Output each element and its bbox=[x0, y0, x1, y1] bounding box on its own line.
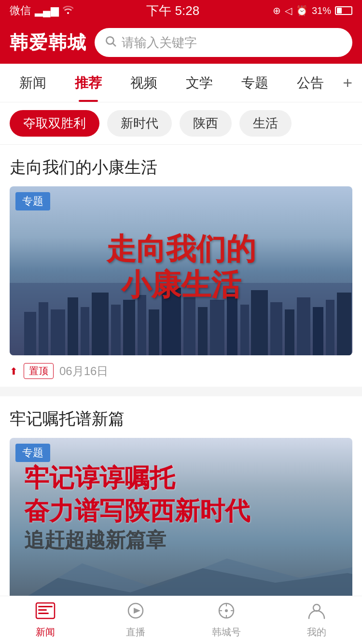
svg-rect-14 bbox=[183, 297, 195, 355]
svg-line-1 bbox=[113, 43, 116, 46]
svg-rect-25 bbox=[337, 293, 351, 355]
wifi-icon bbox=[63, 4, 73, 17]
tab-notice[interactable]: 公告 bbox=[282, 64, 338, 102]
svg-rect-9 bbox=[111, 305, 121, 355]
nav-more-button[interactable]: + bbox=[338, 73, 357, 92]
topic-badge-1: 专题 bbox=[15, 192, 50, 210]
article-image-2: 牢记谆谆嘱托 奋力谱写陕西新时代 追赶超越新篇章 专题 bbox=[10, 438, 352, 607]
svg-rect-4 bbox=[39, 302, 48, 355]
live-nav-label: 直播 bbox=[126, 626, 145, 639]
carrier-label: 微信 bbox=[10, 3, 31, 18]
app-title: 韩爱韩城 bbox=[10, 30, 87, 55]
pin-badge-1: 置顶 bbox=[24, 363, 54, 379]
svg-rect-15 bbox=[198, 307, 208, 355]
svg-rect-16 bbox=[210, 300, 224, 355]
search-bar[interactable]: 请输入关键字 bbox=[95, 28, 352, 57]
pin-arrow-icon: ⬆ bbox=[10, 365, 18, 377]
svg-rect-10 bbox=[123, 300, 135, 355]
hancheng-nav-label: 韩城号 bbox=[212, 626, 241, 639]
svg-rect-7 bbox=[81, 307, 89, 355]
tab-recommend[interactable]: 推荐 bbox=[60, 64, 116, 102]
article-title-2: 牢记嘱托谱新篇 bbox=[10, 408, 352, 430]
svg-rect-6 bbox=[68, 297, 78, 355]
nav-icon: ◁ bbox=[285, 5, 292, 16]
status-right: ⊕ ◁ ⏰ 31% bbox=[273, 5, 352, 16]
bottom-nav-hancheng[interactable]: 韩城号 bbox=[181, 596, 272, 644]
svg-rect-24 bbox=[326, 300, 334, 355]
tab-literature[interactable]: 文学 bbox=[171, 64, 227, 102]
hancheng-nav-icon bbox=[216, 602, 237, 624]
article-item-2[interactable]: 牢记嘱托谱新篇 牢记谆谆嘱托 奋力谱写陕西新时代 追赶超越新篇章 专题 bbox=[0, 396, 362, 607]
filter-tag-life[interactable]: 生活 bbox=[239, 110, 292, 137]
bottom-nav-live[interactable]: 直播 bbox=[91, 596, 181, 644]
article-item-1[interactable]: 走向我们的小康生活 bbox=[0, 145, 362, 387]
svg-rect-3 bbox=[24, 312, 36, 355]
article-image-text-2b: 奋力谱写陕西新时代 bbox=[24, 495, 250, 528]
filter-tag-new-era[interactable]: 新时代 bbox=[107, 110, 172, 137]
article-image-text-1: 走向我们的小康生活 bbox=[106, 231, 256, 303]
bottom-nav-mine[interactable]: 我的 bbox=[272, 596, 362, 644]
signal-icon: ▂▄▆ bbox=[35, 4, 59, 17]
search-placeholder: 请输入关键字 bbox=[122, 34, 197, 51]
filter-tag-double-victory[interactable]: 夺取双胜利 bbox=[10, 110, 99, 137]
svg-point-0 bbox=[106, 37, 113, 44]
tab-special[interactable]: 专题 bbox=[227, 64, 282, 102]
svg-rect-5 bbox=[51, 309, 65, 355]
nav-tabs: 新闻 推荐 视频 文学 专题 公告 + bbox=[0, 64, 362, 102]
tab-video[interactable]: 视频 bbox=[116, 64, 171, 102]
location-icon: ⊕ bbox=[273, 5, 281, 16]
filter-tag-shaanxi[interactable]: 陕西 bbox=[180, 110, 232, 137]
news-nav-icon bbox=[35, 602, 56, 624]
status-left: 微信 ▂▄▆ bbox=[10, 3, 73, 18]
article-title-1: 走向我们的小康生活 bbox=[10, 156, 352, 179]
bottom-nav: 新闻 直播 韩城号 bbox=[0, 596, 362, 644]
pin-label-1: 置顶 bbox=[29, 364, 48, 378]
article-image-text-2a: 牢记谆谆嘱托 bbox=[24, 462, 250, 495]
svg-rect-12 bbox=[149, 309, 159, 355]
content-area: 走向我们的小康生活 bbox=[0, 145, 362, 607]
svg-marker-34 bbox=[134, 608, 140, 614]
svg-rect-21 bbox=[285, 309, 294, 355]
svg-rect-23 bbox=[313, 307, 323, 355]
article-image-text-2c: 追赶超越新篇章 bbox=[24, 527, 250, 554]
alarm-icon: ⏰ bbox=[296, 5, 308, 16]
news-nav-label: 新闻 bbox=[36, 626, 55, 639]
status-time: 下午 5:28 bbox=[146, 2, 199, 19]
search-icon bbox=[104, 35, 117, 51]
article-image-1: 走向我们的小康生活 专题 bbox=[10, 186, 352, 355]
svg-rect-18 bbox=[240, 305, 249, 355]
svg-point-36 bbox=[225, 609, 228, 612]
app-header: 韩爱韩城 请输入关键字 bbox=[0, 21, 362, 64]
svg-rect-22 bbox=[297, 297, 310, 355]
filter-tags: 夺取双胜利 新时代 陕西 生活 bbox=[0, 102, 362, 145]
svg-rect-11 bbox=[138, 295, 146, 355]
status-bar: 微信 ▂▄▆ 下午 5:28 ⊕ ◁ ⏰ 31% bbox=[0, 0, 362, 21]
mine-nav-label: 我的 bbox=[307, 626, 326, 639]
battery-label: 31% bbox=[312, 5, 331, 16]
battery-icon bbox=[335, 6, 352, 15]
svg-rect-31 bbox=[38, 609, 47, 611]
live-nav-icon bbox=[125, 602, 146, 624]
article-date-1: 06月16日 bbox=[59, 364, 108, 379]
bottom-nav-news[interactable]: 新闻 bbox=[0, 596, 91, 644]
svg-rect-20 bbox=[270, 302, 282, 355]
svg-rect-30 bbox=[38, 606, 53, 607]
article-meta-1: ⬆ 置顶 06月16日 bbox=[10, 355, 352, 387]
tab-news[interactable]: 新闻 bbox=[5, 64, 60, 102]
svg-rect-32 bbox=[38, 613, 49, 614]
mine-nav-icon bbox=[306, 602, 327, 624]
